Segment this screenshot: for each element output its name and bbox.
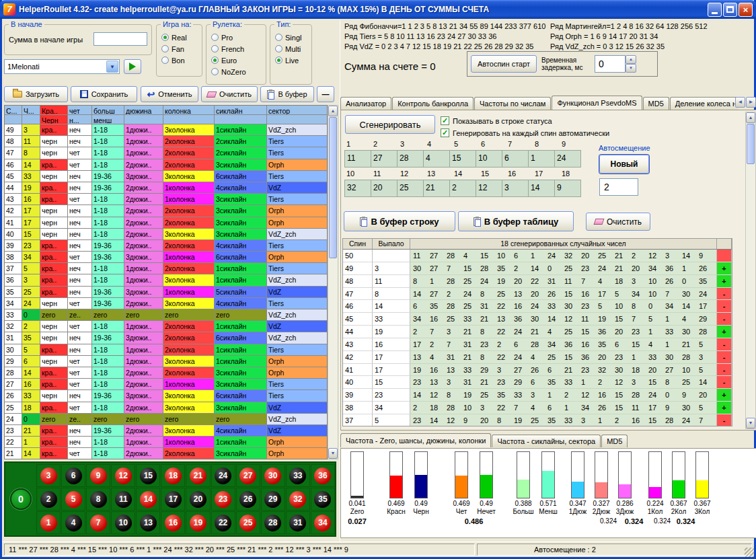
column-header[interactable] <box>267 115 328 124</box>
board-cell-2[interactable]: 2 <box>36 488 61 511</box>
tabs-scroll-right-icon[interactable]: ► <box>746 97 756 108</box>
autoshift-input[interactable] <box>599 178 638 196</box>
load-button[interactable]: Загрузить <box>4 86 68 102</box>
board-cell-18[interactable]: 18 <box>161 464 185 487</box>
history-row[interactable]: 2518кра..чет1-182дюжи..3колонка3сиклайнV… <box>5 402 327 414</box>
undo-button[interactable]: ↩Отменить <box>141 86 198 102</box>
profile-combo[interactable]: 1Melonati ▼ <box>4 59 120 74</box>
column-header[interactable]: колонка <box>163 106 215 115</box>
history-row[interactable]: 2633черннеч19-363дюжи..3колонка6сиклайнT… <box>5 390 327 402</box>
history-row[interactable]: 221кра..неч1-181дюжи..1колонка1сиклайнOr… <box>5 437 327 448</box>
generated-row[interactable]: 375231412920819253533312161528247- <box>343 414 732 426</box>
generated-row[interactable]: 4811812825241920223111741831026035+ <box>343 275 732 288</box>
board-cell-24[interactable]: 24 <box>211 464 235 487</box>
history-row[interactable]: 2321кра..неч19-362дюжи..3колонка4сиклайн… <box>5 425 327 437</box>
maximize-button[interactable] <box>723 3 737 17</box>
board-zero-cell[interactable]: 0 <box>10 488 32 510</box>
history-row[interactable]: 4419кра..неч19-362дюжи..1колонка4сиклайн… <box>5 182 327 194</box>
history-row[interactable]: 4217черннеч1-182дюжи..2колонка3сиклайнOr… <box>5 205 327 217</box>
main-tab-2[interactable]: Частоты по числам <box>474 97 551 110</box>
generated-row[interactable]: 4117191613332932726621233230182027105- <box>343 364 732 377</box>
generated-row[interactable]: 453334162533211336301412111915751429- <box>343 313 732 326</box>
history-row[interactable]: 2814кра..чет1-182дюжи..2колонка3сиклайнO… <box>5 367 327 379</box>
history-row[interactable]: 296чернчет1-181дюжи..3колонка1сиклайнOrp… <box>5 356 327 367</box>
scroll-down-icon[interactable]: ▼ <box>746 418 755 428</box>
page-scrollbar[interactable]: ▲ ▼ <box>745 112 756 429</box>
history-row[interactable]: 4811черннеч1-181дюжи..2колонка2сиклайнTi… <box>5 136 327 147</box>
column-header[interactable]: Кра.. <box>40 106 68 115</box>
history-row[interactable]: 322чернчет1-181дюжи..2колонка1сиклайнVdZ <box>5 321 327 332</box>
board-cell-11[interactable]: 11 <box>111 488 135 511</box>
history-row[interactable]: 4117черннеч1-182дюжи..2колонка3сиклайнOr… <box>5 217 327 229</box>
board-cell-27[interactable]: 27 <box>236 464 260 487</box>
scroll-up-icon[interactable]: ▲ <box>328 106 338 116</box>
column-header[interactable]: С... <box>5 106 22 115</box>
board-cell-12[interactable]: 12 <box>111 464 135 487</box>
copy-to-buffer-button[interactable]: В буфер <box>260 86 314 102</box>
generated-row[interactable]: 4419273218222421425153620231333028+ <box>343 326 732 338</box>
roulette-option-french[interactable]: French <box>209 43 264 54</box>
board-cell-13[interactable]: 13 <box>136 511 160 534</box>
generated-row[interactable]: 4015231333121232963533121231582514- <box>343 376 732 389</box>
board-cell-16[interactable]: 16 <box>161 511 185 534</box>
generated-row[interactable]: 38342182810322746134261511179305+ <box>343 402 732 414</box>
game-option-real[interactable]: Real <box>159 32 200 43</box>
generated-row[interactable]: 49330277152835214025232421203436126+ <box>343 262 732 275</box>
history-row[interactable]: 478чернчет1-181дюжи..2колонка2сиклайнTie… <box>5 147 327 159</box>
column-header[interactable]: сиклайн <box>215 106 267 115</box>
type-option-live[interactable]: Live <box>272 54 310 66</box>
history-row[interactable]: 3834кра..чет19-363дюжи..1колонка6сиклайн… <box>5 252 327 263</box>
column-header[interactable] <box>22 115 40 124</box>
game-option-bon[interactable]: Bon <box>159 54 200 66</box>
generated-row[interactable]: 47814272248251320261516175341073024- <box>343 288 732 301</box>
board-cell-22[interactable]: 22 <box>211 511 235 534</box>
history-row[interactable]: 3525кра..неч19-363дюжи..1колонка5сиклайн… <box>5 287 327 298</box>
history-row[interactable]: 2114кра..чет1-182дюжи..2колонка3сиклайнO… <box>5 448 327 459</box>
main-tab-4[interactable]: MD5 <box>643 97 669 110</box>
collapse-button[interactable]: — <box>317 86 334 102</box>
scroll-up-icon[interactable]: ▲ <box>746 112 755 123</box>
type-option-singl[interactable]: Singl <box>272 32 310 43</box>
board-cell-4[interactable]: 4 <box>61 511 85 534</box>
roulette-option-pro[interactable]: Pro <box>209 32 264 43</box>
board-cell-8[interactable]: 8 <box>86 488 110 511</box>
history-row[interactable]: 330zeroze..zerozerozerozeroVdZ_zch <box>5 309 327 321</box>
roulette-option-nozero[interactable]: NoZero <box>209 66 264 77</box>
board-cell-19[interactable]: 19 <box>186 511 210 534</box>
history-row[interactable]: 4614кра..чет1-182дюжи..2колонка3сиклайнO… <box>5 159 327 171</box>
board-cell-36[interactable]: 36 <box>311 464 335 487</box>
minimize-button[interactable] <box>708 3 722 17</box>
delay-input[interactable] <box>595 55 626 73</box>
board-cell-21[interactable]: 21 <box>186 464 210 487</box>
main-tab-1[interactable]: Контроль банкролла <box>392 97 474 110</box>
history-table-scrollbar[interactable]: ▲ ▼ <box>328 105 338 459</box>
board-cell-17[interactable]: 17 <box>161 488 185 511</box>
history-row[interactable]: 3424чернчет19-362дюжи..3колонка4сиклайнT… <box>5 298 327 309</box>
freq-tab-1[interactable]: Частота - сиклайны, сектора <box>492 435 601 447</box>
board-cell-28[interactable]: 28 <box>261 511 285 534</box>
generate-button[interactable]: Сгенерировать <box>345 115 435 134</box>
column-header[interactable]: сектор <box>267 106 328 115</box>
column-header[interactable]: больш <box>92 106 124 115</box>
main-tab-5[interactable]: Деление колеса на <box>670 97 739 110</box>
column-header[interactable]: чет <box>68 106 92 115</box>
copy-row-button[interactable]: В буфер строку <box>344 211 455 231</box>
board-cell-23[interactable]: 23 <box>211 488 235 511</box>
board-cell-34[interactable]: 34 <box>311 511 335 534</box>
freq-tab-2[interactable]: MD5 <box>601 435 628 447</box>
play-button[interactable] <box>124 59 141 74</box>
checkbox-show-in-status[interactable]: ✓ Показывать в строке статуса <box>441 116 552 125</box>
autospin-start-button[interactable]: Автоспин старт <box>471 55 537 73</box>
board-cell-9[interactable]: 9 <box>86 464 110 487</box>
history-row[interactable]: 493кра..неч1-181дюжи..3колонка1сиклайнVd… <box>5 124 327 136</box>
history-row[interactable]: 3135черннеч19-363дюжи..2колонка6сиклайнV… <box>5 332 327 344</box>
board-cell-20[interactable]: 20 <box>186 488 210 511</box>
freq-tab-0[interactable]: Частота - Zero, шансы, дюжины, колонки <box>340 433 491 447</box>
column-header[interactable]: н... <box>68 115 92 124</box>
generated-row[interactable]: 43161727312326283436163561541215- <box>343 338 732 351</box>
board-cell-32[interactable]: 32 <box>286 488 310 511</box>
board-cell-33[interactable]: 33 <box>286 464 310 487</box>
board-cell-3[interactable]: 3 <box>36 464 61 487</box>
copy-table-button[interactable]: В буфер таблицу <box>458 211 574 231</box>
column-header[interactable]: дюжина <box>124 106 163 115</box>
